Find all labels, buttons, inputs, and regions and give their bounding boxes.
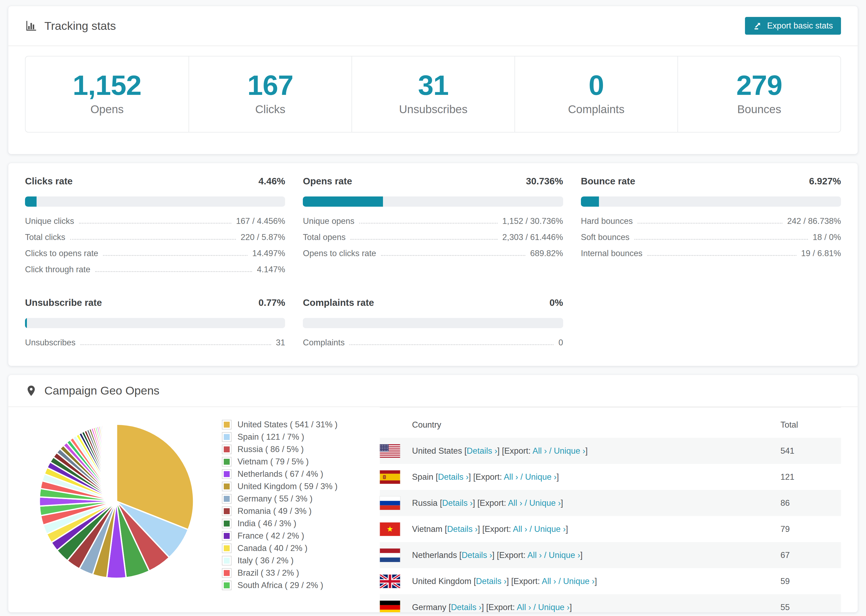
country-export-all-link[interactable]: All › [542,577,556,586]
dotted-leader [95,271,252,272]
rate-row-value: 18 / 0% [813,233,841,242]
rate-row-label: Clicks to opens rate [25,248,98,258]
legend-item-russia: Russia ( 86 / 5% ) [222,443,368,456]
legend-label: Russia ( 86 / 5% ) [238,445,304,454]
country-export-all-link[interactable]: All › [516,603,531,612]
geo-table-total-cell: 541 [781,446,841,456]
country-export-all-link[interactable]: All › [527,550,542,560]
legend-label: France ( 42 / 2% ) [238,531,304,541]
rate-block-bounce-rate: Bounce rate6.927%Hard bounces242 / 86.73… [581,176,841,278]
rate-row-label: Unique clicks [25,216,74,226]
legend-swatch [222,420,231,429]
united-kingdom-flag-icon [380,575,400,588]
country-export-unique-link[interactable]: Unique › [538,603,570,612]
legend-swatch [222,519,231,528]
geo-table-total-cell: 121 [781,472,841,482]
country-name: Russia [412,498,440,508]
rate-progress-fill [581,196,599,207]
geo-table-total-cell: 67 [781,550,841,560]
dotted-leader [350,239,498,240]
rate-row-value: 242 / 86.738% [787,216,841,226]
legend-label: Romania ( 49 / 3% ) [238,506,312,516]
export-icon [753,21,762,30]
rate-row-unique-clicks: Unique clicks167 / 4.456% [25,213,285,229]
tracking-stats-card: Tracking stats Export basic stats 1,152O… [8,6,858,154]
legend-item-south-africa: South Africa ( 29 / 2% ) [222,579,368,592]
geo-table-total-cell: 55 [781,603,841,612]
country-details-link[interactable]: Details › [447,524,478,534]
geo-table-total-cell: 59 [781,577,841,586]
rate-row-complaints: Complaints0 [303,335,563,351]
export-basic-stats-button[interactable]: Export basic stats [745,17,841,35]
geo-header: Campaign Geo Opens [8,375,858,407]
geo-table: Country Total United States [Details ›] … [380,407,841,613]
summary-stat-value: 279 [681,71,838,99]
country-name: United States [412,446,464,456]
country-details-link[interactable]: Details › [461,550,492,560]
legend-item-vietnam: Vietnam ( 79 / 5% ) [222,456,368,468]
country-export-unique-link[interactable]: Unique › [529,498,561,508]
dotted-leader [381,255,526,256]
rate-row-total-opens: Total opens2,303 / 61.446% [303,229,563,245]
geo-table-row-united-states: United States [Details ›] [Export: All ›… [380,438,841,464]
rate-row-internal-bounces: Internal bounces19 / 6.81% [581,245,841,261]
country-details-link[interactable]: Details › [467,446,497,456]
rate-row-soft-bounces: Soft bounces18 / 0% [581,229,841,245]
country-export-all-link[interactable]: All › [508,498,522,508]
country-export-unique-link[interactable]: Unique › [534,524,565,534]
country-export-all-link[interactable]: All › [532,446,547,456]
dotted-leader [79,223,231,224]
country-details-link[interactable]: Details › [451,603,482,612]
rate-row-value: 689.82% [530,248,563,258]
dotted-leader [359,223,498,224]
legend-item-united-states: United States ( 541 / 31% ) [222,418,368,431]
country-details-link[interactable]: Details › [442,498,473,508]
geo-table-header: Country Total [380,413,841,438]
country-export-all-link[interactable]: All › [513,524,527,534]
legend-item-united-kingdom: United Kingdom ( 59 / 3% ) [222,480,368,493]
legend-label: Canada ( 40 / 2% ) [238,544,307,553]
geo-table-row-russia: Russia [Details ›] [Export: All › / Uniq… [380,490,841,516]
rate-row-hard-bounces: Hard bounces242 / 86.738% [581,213,841,229]
netherlands-flag-icon [380,548,400,562]
rate-progress-bar [581,196,841,207]
rate-row-label: Hard bounces [581,216,633,226]
geo-table-row-netherlands: Netherlands [Details ›] [Export: All › /… [380,542,841,568]
legend-swatch [222,556,231,566]
country-details-link[interactable]: Details › [438,472,469,482]
rate-percent-value: 0.77% [258,297,285,308]
united-states-flag-icon [380,444,400,458]
country-details-link[interactable]: Details › [476,577,507,586]
legend-swatch [222,494,231,504]
legend-swatch [222,432,231,442]
rate-row-value: 2,303 / 61.446% [502,233,563,242]
rates-grid: Clicks rate4.46%Unique clicks167 / 4.456… [25,176,841,351]
rate-row-label: Total opens [303,233,346,242]
rate-title: Unsubscribe rate [25,297,102,308]
legend-item-netherlands: Netherlands ( 67 / 4% ) [222,468,368,480]
rate-progress-bar [303,196,563,207]
country-name: Netherlands [412,550,459,560]
country-name: United Kingdom [412,577,474,586]
geo-table-header-total: Total [781,420,841,430]
legend-item-canada: Canada ( 40 / 2% ) [222,542,368,555]
legend-item-brazil: Brazil ( 33 / 2% ) [222,567,368,579]
dotted-leader [80,344,271,345]
legend-swatch [222,580,231,590]
country-export-all-link[interactable]: All › [504,472,518,482]
legend-swatch [222,445,231,454]
country-export-unique-link[interactable]: Unique › [549,550,580,560]
geo-table-country-cell: Netherlands [Details ›] [Export: All › /… [412,550,781,560]
legend-item-italy: Italy ( 36 / 2% ) [222,555,368,567]
rate-row-value: 167 / 4.456% [236,216,285,226]
country-export-unique-link[interactable]: Unique › [563,577,595,586]
summary-stat-complaints: 0Complaints [515,57,677,132]
geo-table-rows: United States [Details ›] [Export: All ›… [380,438,841,613]
tracking-stats-header: Tracking stats Export basic stats [8,6,858,46]
country-export-unique-link[interactable]: Unique › [554,446,585,456]
bar-chart-icon [25,20,38,32]
rate-row-value: 1,152 / 30.736% [502,216,563,226]
legend-swatch [222,531,231,541]
country-export-unique-link[interactable]: Unique › [525,472,556,482]
legend-label: United States ( 541 / 31% ) [238,420,337,429]
